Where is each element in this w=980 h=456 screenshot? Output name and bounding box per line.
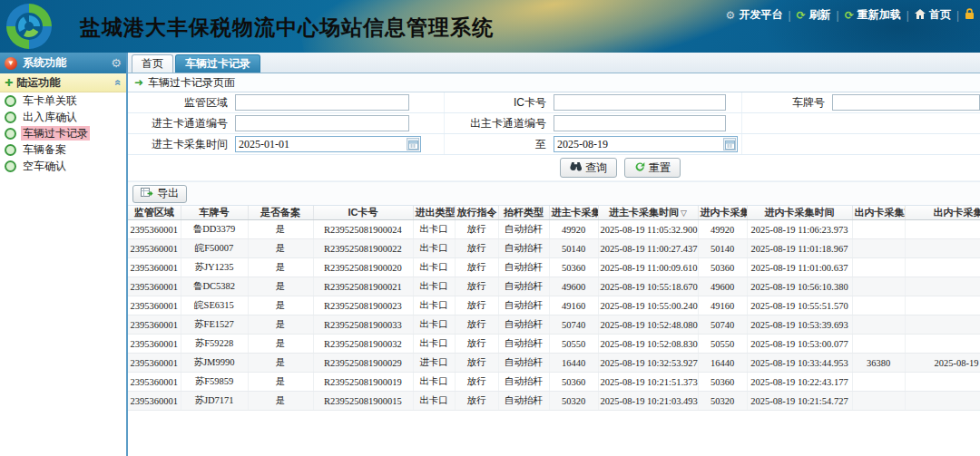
column-header-车牌号[interactable]: 车牌号 — [181, 206, 248, 220]
sidebar-header[interactable]: ▼ 系统功能 ⚙ — [0, 53, 126, 73]
sidebar-item-车辆备案[interactable]: 车辆备案 — [0, 141, 126, 158]
header-link-lock[interactable] — [961, 8, 978, 22]
table-cell: 50740 — [698, 315, 747, 335]
header-link-首页[interactable]: 首页 — [911, 7, 955, 23]
table-cell: 2025-08-19 10:53:39.693 — [747, 315, 852, 335]
export-button[interactable]: 导出 — [132, 185, 187, 203]
collect-to-date-input[interactable] — [554, 136, 738, 152]
green-orb-icon — [5, 128, 16, 140]
table-cell: 鲁DD3379 — [181, 220, 248, 239]
table-cell: 自动抬杆 — [498, 277, 549, 296]
sidebar-item-空车确认[interactable]: 空车确认 — [0, 158, 126, 174]
header-link-开发平台[interactable]: ⚙开发平台 — [722, 7, 787, 23]
sidebar-section-landtransport[interactable]: ✚ 陆运功能 « — [0, 73, 126, 92]
table-cell — [852, 220, 905, 239]
collect-to-label: 至 — [445, 137, 546, 152]
table-cell — [905, 258, 980, 277]
column-header-出内卡采集时间[interactable]: 出内卡采集时间 — [905, 206, 980, 220]
table-cell — [905, 277, 980, 296]
table-cell: R239525081900029 — [313, 354, 413, 373]
table-cell: 50140 — [698, 239, 747, 258]
plate-no-input[interactable] — [832, 94, 980, 111]
table-row[interactable]: 2395360001皖F50007是R239525081900022出卡口放行自… — [128, 239, 980, 258]
table-cell: 出卡口 — [413, 373, 455, 392]
sidebar-item-出入库确认[interactable]: 出入库确认 — [0, 109, 126, 125]
table-row[interactable]: 2395360001鲁DC5382是R239525081900021出卡口放行自… — [128, 277, 980, 296]
table-cell: 2395360001 — [128, 277, 181, 296]
table-cell — [852, 296, 905, 315]
undo-arrow-icon — [634, 161, 645, 174]
sidebar-item-车卡单关联[interactable]: 车卡单关联 — [0, 92, 126, 109]
header-links: ⚙开发平台|⟳刷新|⟳重新加载|首页| — [722, 7, 978, 23]
collapse-chevron-icon[interactable]: « — [113, 80, 125, 86]
refresh-icon: ⟳ — [797, 9, 806, 22]
table-cell: 2395360001 — [128, 220, 181, 239]
table-cell: R239525081900022 — [313, 239, 413, 258]
table-row[interactable]: 2395360001皖SE6315是R239525081900023出卡口放行自… — [128, 296, 980, 315]
table-cell: 出卡口 — [413, 277, 455, 296]
export-icon — [141, 187, 153, 200]
collect-from-date-input[interactable] — [235, 136, 421, 152]
reset-button[interactable]: 重置 — [624, 158, 681, 178]
column-header-IC卡号[interactable]: IC卡号 — [313, 206, 413, 220]
table-cell: 49160 — [549, 296, 598, 315]
binoculars-icon — [570, 161, 582, 174]
column-header-进主卡采集重[interactable]: 进主卡采集重 — [549, 206, 598, 220]
table-cell: R239525081900019 — [313, 373, 413, 392]
sidebar-title: 系统功能 — [23, 55, 111, 71]
table-row[interactable]: 2395360001苏JM9990是R239525081900029进卡口放行自… — [128, 354, 980, 373]
form-row-3: 进主卡采集时间 至 — [128, 134, 980, 155]
in-channel-input[interactable] — [235, 115, 409, 131]
header-link-重新加载[interactable]: ⟳重新加载 — [841, 7, 905, 23]
sidebar-item-label: 出入库确认 — [21, 110, 79, 124]
table-row[interactable]: 2395360001苏F59228是R239525081900032出卡口放行自… — [128, 335, 980, 354]
header-link-刷新[interactable]: ⟳刷新 — [793, 7, 835, 23]
table-cell: 进卡口 — [413, 354, 455, 373]
table-cell: 50360 — [698, 258, 747, 277]
column-header-进内卡采集重[interactable]: 进内卡采集重 — [698, 206, 747, 220]
tab-首页[interactable]: 首页 — [132, 54, 173, 73]
table-cell: 2025-08-19 10:55:51.570 — [747, 296, 852, 315]
column-header-进内卡采集时间[interactable]: 进内卡采集时间 — [747, 206, 852, 220]
out-channel-input[interactable] — [554, 115, 726, 131]
table-cell: 2395360001 — [128, 258, 181, 277]
calendar-icon[interactable] — [723, 138, 736, 150]
column-header-抬杆类型[interactable]: 抬杆类型 — [498, 206, 549, 220]
table-row[interactable]: 2395360001苏JD7171是R239525081900015出卡口放行自… — [128, 392, 980, 411]
column-header-进出类型[interactable]: 进出类型 — [413, 206, 455, 220]
calendar-icon[interactable] — [407, 138, 419, 150]
green-orb-icon — [5, 160, 16, 172]
table-cell — [905, 335, 980, 354]
column-header-监管区域[interactable]: 监管区域 — [128, 206, 181, 220]
ic-card-input[interactable] — [554, 94, 726, 111]
tab-车辆过卡记录[interactable]: 车辆过卡记录 — [175, 54, 260, 73]
table-cell: 放行 — [455, 239, 498, 258]
table-cell: 50550 — [698, 335, 747, 354]
table-cell: 苏F59228 — [181, 335, 248, 354]
column-header-放行指令[interactable]: 放行指令 — [455, 206, 498, 220]
table-cell: 苏JY1235 — [181, 258, 248, 277]
header-link-label: 刷新 — [809, 7, 831, 23]
table-cell: 2025-08-19 10:32:53.927 — [598, 354, 698, 373]
green-orb-icon — [5, 144, 16, 156]
table-row[interactable]: 2395360001鲁DD3379是R239525081900024出卡口放行自… — [128, 220, 980, 239]
table-cell: 49160 — [698, 296, 747, 315]
sidebar-item-label: 空车确认 — [21, 159, 68, 173]
column-header-出内卡采集重[interactable]: 出内卡采集重 — [852, 206, 905, 220]
query-button[interactable]: 查询 — [560, 158, 617, 178]
table-row[interactable]: 2395360001苏FE1527是R239525081900033出卡口放行自… — [128, 315, 980, 335]
sidebar-item-label: 车辆过卡记录 — [21, 126, 90, 141]
table-cell: 放行 — [455, 373, 498, 392]
supervise-area-input[interactable] — [235, 94, 409, 111]
table-cell: 49600 — [698, 277, 747, 296]
form-row-2: 进主卡通道编号 出主卡通道编号 — [128, 113, 980, 134]
table-cell: 放行 — [455, 354, 498, 373]
gear-icon[interactable]: ⚙ — [111, 56, 122, 70]
table-cell: 自动抬杆 — [498, 258, 549, 277]
column-header-是否备案[interactable]: 是否备案 — [248, 206, 313, 220]
column-header-进主卡采集时间[interactable]: 进主卡采集时间▽ — [598, 206, 698, 220]
table-row[interactable]: 2395360001苏F59859是R239525081900019出卡口放行自… — [128, 373, 980, 392]
table-row[interactable]: 2395360001苏JY1235是R239525081900020出卡口放行自… — [128, 258, 980, 277]
collapse-circle-icon[interactable]: ▼ — [5, 57, 17, 70]
sidebar-item-车辆过卡记录[interactable]: 车辆过卡记录 — [0, 125, 126, 141]
